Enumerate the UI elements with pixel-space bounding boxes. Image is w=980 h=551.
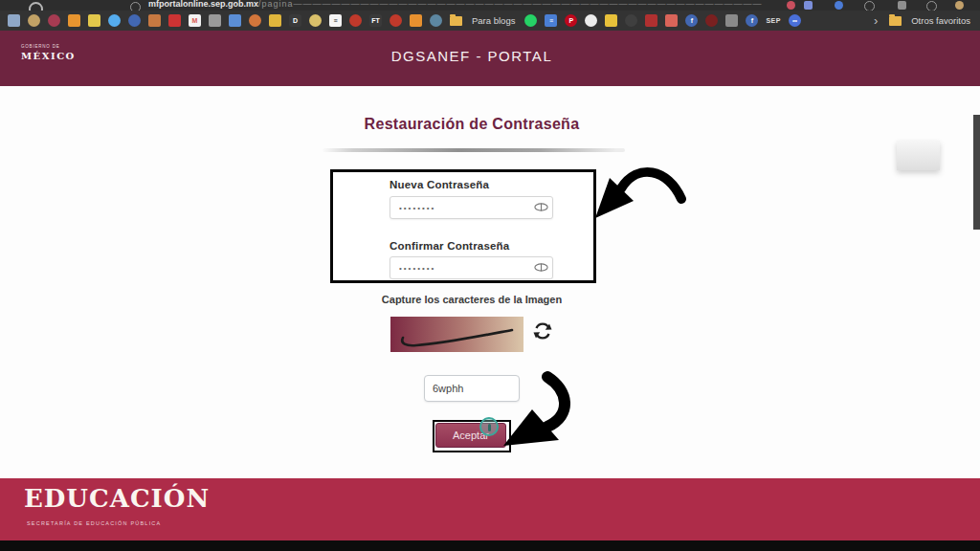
bird-icon[interactable] (309, 14, 322, 27)
slides-icon[interactable] (88, 14, 100, 27)
educacion-logo: EDUCACIÓN (24, 484, 210, 513)
parablogs-folder-icon-label[interactable]: Para blogs (472, 15, 515, 26)
docs-icon[interactable]: ≡ (545, 14, 557, 27)
incognito-icon[interactable] (864, 1, 875, 11)
list-icon[interactable]: ≡ (329, 14, 342, 27)
gradient-divider (323, 148, 625, 152)
link-icon[interactable] (249, 14, 261, 27)
rings-icon[interactable]: ∞ (789, 14, 801, 27)
otros-favoritos-folder-icon[interactable] (889, 16, 902, 26)
new-password-input[interactable] (390, 196, 553, 219)
wine-icon[interactable] (349, 14, 362, 27)
globe-icon[interactable] (926, 1, 937, 11)
portal-title: DGSANEF - PORTAL (0, 48, 944, 64)
sep-bookmark[interactable]: SEP (766, 17, 781, 24)
wordpress-icon[interactable] (430, 14, 442, 27)
notes-icon[interactable] (605, 14, 617, 27)
bookmarks-list: MD≡FTPara blogs≡PffSEP∞ (8, 14, 801, 27)
bookmarks-overflow-chevron[interactable]: › (874, 14, 878, 27)
bookmarks-bar: MD≡FTPara blogs≡PffSEP∞ › Otros favorito… (0, 11, 980, 31)
bottom-black-bar (0, 540, 980, 551)
url-path: /pagina—————————————————————————————————… (258, 0, 763, 9)
photos-icon[interactable] (8, 14, 20, 27)
browser-chrome: mfportalonline.sep.gob.mx/pagina————————… (0, 0, 980, 31)
chart-icon[interactable] (410, 14, 422, 27)
ft-icon[interactable]: FT (369, 14, 382, 27)
facebook2-icon[interactable]: f (685, 14, 698, 27)
d-app-icon[interactable]: D (289, 14, 301, 27)
page-title: Restauración de Contraseña (280, 116, 663, 133)
darkred-dot-icon[interactable] (705, 14, 718, 27)
confirm-password-eye-icon[interactable] (534, 263, 548, 272)
confirm-password-input[interactable] (390, 256, 553, 279)
facebook-icon[interactable] (128, 14, 141, 27)
youtube-icon[interactable] (168, 14, 181, 27)
store-icon[interactable] (229, 14, 241, 27)
captcha-refresh-icon[interactable] (532, 320, 553, 342)
downloads-icon[interactable] (898, 1, 906, 10)
extension-blue-icon[interactable] (804, 1, 813, 10)
facebook3-icon[interactable]: f (746, 14, 758, 27)
extension-blue2-icon[interactable] (835, 1, 843, 10)
site-info-icon[interactable] (130, 2, 141, 11)
dark-app-icon[interactable] (625, 14, 637, 27)
pin-icon[interactable] (665, 14, 678, 27)
new-password-eye-icon[interactable] (534, 203, 548, 211)
educacion-subtitle: SECRETARÍA DE EDUCACIÓN PÚBLICA (27, 520, 161, 526)
captcha-instruction: Capture los caracteres de la Imagen (328, 294, 615, 305)
twitter-icon[interactable] (108, 14, 121, 27)
button-annotation-arrow (496, 369, 582, 461)
new-password-label: Nueva Contraseña (390, 179, 489, 190)
phone-icon[interactable] (209, 14, 221, 27)
whatsapp-icon[interactable] (524, 14, 537, 27)
url-host: mfportalonline.sep.gob.mx (148, 0, 258, 9)
pinterest-icon[interactable]: P (565, 14, 577, 27)
pen-icon[interactable] (269, 14, 281, 27)
screen: mfportalonline.sep.gob.mx/pagina————————… (0, 0, 980, 551)
badge-icon[interactable] (28, 14, 40, 27)
parablogs-folder-icon[interactable] (450, 16, 462, 26)
analytics-icon[interactable] (68, 14, 80, 27)
heart-icon[interactable] (48, 14, 60, 27)
form-annotation-arrow (590, 163, 687, 230)
pencil-icon[interactable] (148, 14, 161, 27)
otros-favoritos-label[interactable]: Otros favoritos (911, 15, 970, 26)
gmail-icon[interactable]: M (189, 14, 201, 27)
sync-icon[interactable] (585, 14, 597, 27)
address-url[interactable]: mfportalonline.sep.gob.mx/pagina————————… (148, 0, 763, 9)
profile-avatar[interactable] (955, 1, 964, 10)
page-footer: EDUCACIÓN SECRETARÍA DE EDUCACIÓN PÚBLIC… (0, 478, 980, 540)
captcha-image (390, 317, 523, 352)
gray-folder-icon[interactable] (725, 14, 738, 27)
floating-gray-panel[interactable] (897, 141, 940, 170)
confirm-password-label: Confirmar Contraseña (390, 240, 509, 252)
scrollbar-thumb[interactable] (973, 115, 980, 230)
extension-red-icon[interactable] (787, 1, 795, 10)
reload-icon[interactable] (29, 2, 43, 11)
url-bar[interactable]: mfportalonline.sep.gob.mx/pagina————————… (0, 0, 980, 11)
award-icon[interactable] (390, 14, 402, 27)
red-app-icon[interactable] (645, 14, 657, 27)
